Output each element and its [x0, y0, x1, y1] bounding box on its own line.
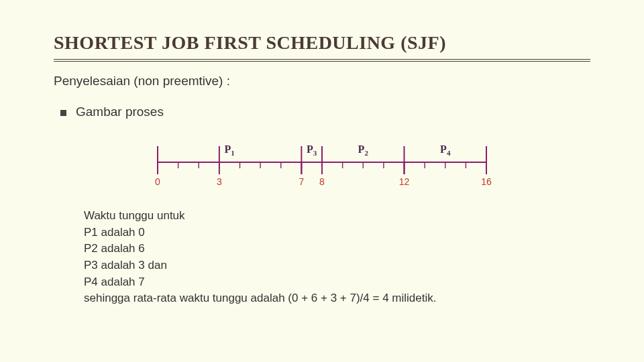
square-bullet-icon — [60, 110, 66, 116]
svg-text:12: 12 — [399, 176, 410, 187]
svg-text:7: 7 — [299, 176, 304, 187]
explanation-block: Waktu tunggu untuk P1 adalah 0 P2 adalah… — [84, 208, 574, 307]
explain-line: Waktu tunggu untuk — [84, 208, 574, 225]
gantt-chart-wrap: 03781216P1P3P2P4 — [54, 134, 590, 193]
svg-text:P4: P4 — [440, 143, 451, 157]
page-title: SHORTEST JOB FIRST SCHEDULING (SJF) — [54, 32, 590, 54]
explain-line: sehingga rata-rata waktu tunggu adalah (… — [84, 290, 574, 307]
svg-text:16: 16 — [481, 176, 492, 187]
svg-text:0: 0 — [155, 176, 160, 187]
subtitle: Penyelesaian (non preemtive) : — [54, 74, 590, 88]
slide: SHORTEST JOB FIRST SCHEDULING (SJF) Peny… — [0, 0, 644, 320]
bullet-item: Gambar proses — [60, 105, 590, 119]
svg-text:P3: P3 — [307, 143, 317, 157]
explain-line: P2 adalah 6 — [84, 241, 574, 257]
svg-text:P1: P1 — [225, 143, 235, 157]
title-rule — [54, 59, 590, 62]
explain-line: P1 adalah 0 — [84, 225, 574, 241]
bullet-text: Gambar proses — [76, 105, 164, 119]
explain-line: P4 adalah 7 — [84, 274, 574, 291]
svg-text:8: 8 — [319, 176, 325, 187]
svg-text:P2: P2 — [358, 143, 369, 157]
explain-line: P3 adalah 3 dan — [84, 257, 574, 274]
svg-text:3: 3 — [217, 176, 222, 187]
gantt-chart: 03781216P1P3P2P4 — [144, 134, 500, 193]
